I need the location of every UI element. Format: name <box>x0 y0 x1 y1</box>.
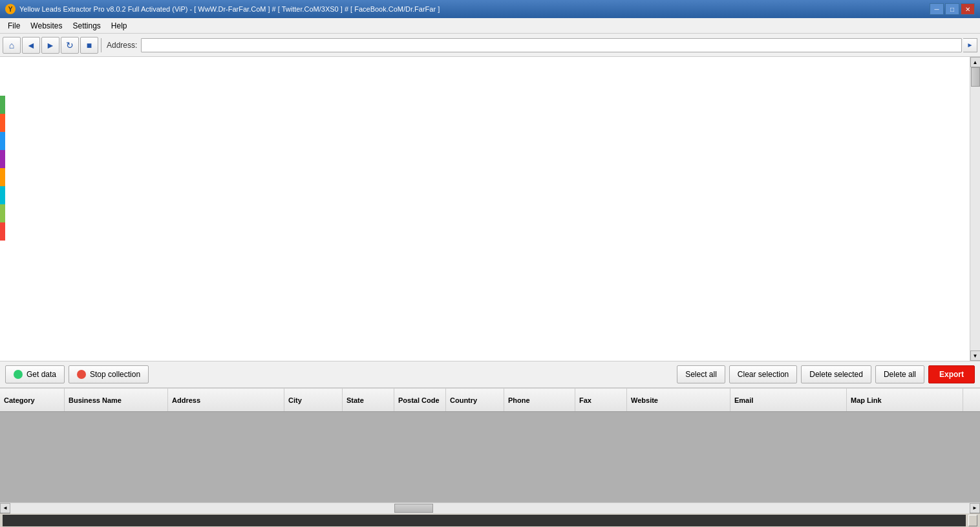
grid-header: CategoryBusiness NameAddressCityStatePos… <box>0 389 980 412</box>
grid-header-cell-category[interactable]: Category <box>0 389 65 411</box>
stop-collection-icon <box>77 370 86 379</box>
sidebar-tab[interactable] <box>0 222 5 241</box>
get-data-icon <box>14 370 23 379</box>
scroll-left-button[interactable]: ◄ <box>0 503 10 513</box>
select-all-button[interactable]: Select all <box>677 365 725 383</box>
refresh-icon: ↻ <box>66 40 74 50</box>
scroll-right-button[interactable]: ► <box>970 503 980 513</box>
delete-selected-button[interactable]: Delete selected <box>801 365 871 383</box>
h-scroll-thumb[interactable] <box>394 504 433 513</box>
grid-header-cell-city[interactable]: City <box>284 389 343 411</box>
sidebar-tab[interactable] <box>0 132 5 150</box>
grid-header-cell-phone[interactable]: Phone <box>504 389 575 411</box>
h-scroll-track <box>10 503 970 513</box>
sidebar-tab[interactable] <box>0 96 5 114</box>
scroll-track <box>970 67 980 350</box>
grid-header-cell-business_name[interactable]: Business Name <box>65 389 168 411</box>
menu-help[interactable]: Help <box>106 19 133 32</box>
grid-header-cell-country[interactable]: Country <box>446 389 504 411</box>
status-left <box>3 515 966 526</box>
refresh-button[interactable]: ↻ <box>61 37 79 54</box>
go-icon: ► <box>967 41 974 48</box>
stop-collection-button[interactable]: Stop collection <box>69 365 149 383</box>
app-icon: Y <box>5 4 16 14</box>
status-bar <box>0 513 980 527</box>
scroll-thumb[interactable] <box>971 67 980 87</box>
restore-button[interactable]: □ <box>945 3 959 15</box>
clear-selection-button[interactable]: Clear selection <box>729 365 797 383</box>
title-bar: Y Yellow Leads Extractor Pro v8.0.2 Full… <box>0 0 980 18</box>
close-button[interactable]: ✕ <box>961 3 975 15</box>
stop-icon: ■ <box>87 40 92 50</box>
go-button[interactable]: ► <box>963 38 977 52</box>
left-sidebar <box>0 96 5 241</box>
horizontal-scrollbar: ◄ ► <box>0 502 980 513</box>
grid-body <box>0 412 980 502</box>
back-button[interactable]: ◄ <box>22 37 40 54</box>
minimize-button[interactable]: ─ <box>930 3 944 15</box>
scroll-down-button[interactable]: ▼ <box>970 350 981 361</box>
home-icon: ⌂ <box>9 40 14 50</box>
vertical-scrollbar: ▲ ▼ <box>970 57 980 361</box>
menu-settings[interactable]: Settings <box>67 19 105 32</box>
title-bar-text: Yellow Leads Extractor Pro v8.0.2 Full A… <box>19 5 930 13</box>
grid-header-cell-state[interactable]: State <box>343 389 394 411</box>
grid-header-cell-map_link[interactable]: Map Link <box>847 389 963 411</box>
forward-button[interactable]: ► <box>41 37 59 54</box>
menu-websites[interactable]: Websites <box>25 19 67 32</box>
grid-header-cell-email[interactable]: Email <box>730 389 847 411</box>
get-data-button[interactable]: Get data <box>5 365 65 383</box>
export-button[interactable]: Export <box>928 365 975 383</box>
browser-area: ▲ ▼ <box>0 57 980 361</box>
toolbar-separator <box>101 38 101 52</box>
sidebar-tab[interactable] <box>0 150 5 168</box>
menu-bar: File Websites Settings Help <box>0 18 980 34</box>
grid-header-cell-address[interactable]: Address <box>168 389 284 411</box>
status-right <box>968 515 977 526</box>
sidebar-tab[interactable] <box>0 114 5 132</box>
grid-header-cell-website[interactable]: Website <box>627 389 730 411</box>
action-bar: Get data Stop collection Select all Clea… <box>0 361 980 388</box>
address-label: Address: <box>107 41 137 50</box>
title-bar-controls: ─ □ ✕ <box>930 3 975 15</box>
data-grid-container: CategoryBusiness NameAddressCityStatePos… <box>0 388 980 502</box>
sidebar-tab[interactable] <box>0 204 5 222</box>
menu-file[interactable]: File <box>3 19 25 32</box>
grid-header-cell-postal_code[interactable]: Postal Code <box>394 389 446 411</box>
stop-button[interactable]: ■ <box>80 37 98 54</box>
scroll-up-button[interactable]: ▲ <box>970 57 981 67</box>
grid-header-cell-fax[interactable]: Fax <box>575 389 627 411</box>
forward-icon: ► <box>46 40 55 50</box>
toolbar: ⌂ ◄ ► ↻ ■ Address: ► <box>0 34 980 57</box>
address-input[interactable] <box>141 38 962 52</box>
back-icon: ◄ <box>27 40 36 50</box>
sidebar-tab[interactable] <box>0 186 5 204</box>
home-button[interactable]: ⌂ <box>3 37 21 54</box>
delete-all-button[interactable]: Delete all <box>875 365 924 383</box>
sidebar-tab[interactable] <box>0 168 5 186</box>
